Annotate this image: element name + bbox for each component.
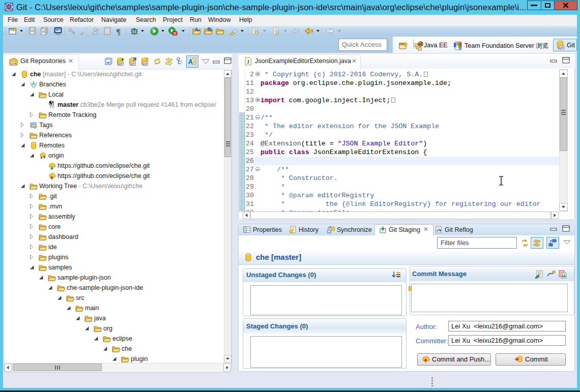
svg-text:GIT: GIT bbox=[559, 46, 564, 49]
svg-text:GIT: GIT bbox=[119, 63, 123, 66]
svg-text:GIT: GIT bbox=[143, 63, 147, 66]
svg-text:J: J bbox=[247, 59, 249, 65]
svg-text:¶: ¶ bbox=[116, 27, 121, 36]
svg-text:GIT: GIT bbox=[131, 63, 135, 66]
svg-text:GIT: GIT bbox=[11, 63, 16, 66]
